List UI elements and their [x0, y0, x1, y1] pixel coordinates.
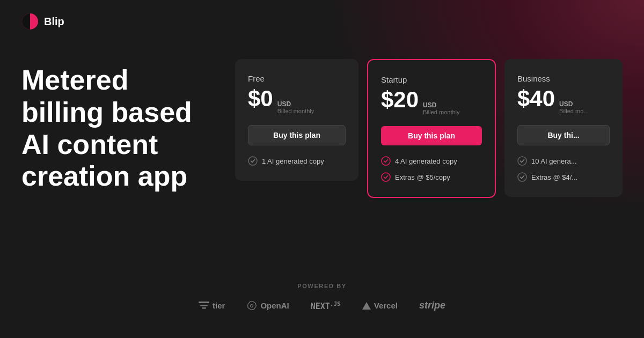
- svg-point-4: [518, 157, 526, 165]
- check-icon: [517, 172, 527, 182]
- svg-point-1: [248, 157, 257, 165]
- vercel-label: Vercel: [374, 301, 398, 310]
- powered-by-section: POWERED BY tier OpenAI NEXT.JS: [0, 283, 644, 311]
- powered-by-logos: tier OpenAI NEXT.JS Vercel stripe: [199, 300, 445, 311]
- plan-name-business: Business: [517, 74, 610, 83]
- vercel-icon: [362, 302, 371, 310]
- blip-logo-icon: [21, 13, 39, 30]
- price-meta-free: USD Billed monthly: [277, 100, 314, 114]
- plan-name-free: Free: [248, 74, 346, 83]
- price-meta-business: USD Billed mo...: [559, 100, 588, 114]
- feature-text: Extras @ $5/copy: [395, 173, 450, 181]
- price-amount-free: $0: [248, 87, 273, 110]
- svg-rect-6: [199, 302, 209, 303]
- pricing-card-startup: Startup $20 USD Billed monthly Buy this …: [367, 59, 496, 198]
- buy-button-startup[interactable]: Buy this plan: [381, 126, 482, 145]
- feature-item: 4 AI generated copy: [381, 156, 482, 166]
- feature-item: Extras @ $5/copy: [381, 172, 482, 182]
- price-currency-startup: USD: [423, 101, 459, 109]
- price-billing-business: Billed mo...: [559, 108, 588, 114]
- powered-by-label: POWERED BY: [297, 283, 347, 289]
- hero-title: Metered billing based AI content creatio…: [21, 64, 203, 193]
- svg-marker-10: [362, 302, 371, 310]
- price-amount-startup: $20: [381, 89, 419, 111]
- price-currency-business: USD: [559, 100, 588, 108]
- tier-icon: [199, 302, 209, 310]
- brand-nextjs: NEXT.JS: [311, 300, 341, 311]
- tier-label: tier: [213, 301, 225, 310]
- hero-section: Metered billing based AI content creatio…: [21, 64, 203, 193]
- pricing-card-free: Free $0 USD Billed monthly Buy this plan…: [235, 59, 358, 181]
- openai-label: OpenAI: [260, 301, 289, 310]
- pricing-card-business: Business $40 USD Billed mo... Buy thi...…: [504, 59, 623, 197]
- check-icon: [381, 156, 391, 166]
- feature-item: 1 AI generated copy: [248, 156, 346, 166]
- brand-stripe: stripe: [419, 300, 445, 311]
- main-content: Metered billing based AI content creatio…: [0, 59, 644, 198]
- openai-icon: [246, 300, 257, 311]
- feature-list-business: 10 AI genera... Extras @ $4/...: [517, 156, 610, 182]
- price-meta-startup: USD Billed monthly: [423, 101, 459, 115]
- feature-item: Extras @ $4/...: [517, 172, 610, 182]
- price-currency-free: USD: [277, 100, 314, 108]
- price-billing-free: Billed monthly: [277, 108, 314, 114]
- feature-text: 10 AI genera...: [531, 157, 577, 165]
- svg-point-2: [382, 157, 390, 165]
- brand-tier: tier: [199, 301, 225, 310]
- nextjs-label: NEXT.JS: [311, 300, 341, 311]
- price-row-business: $40 USD Billed mo...: [517, 87, 610, 114]
- brand-vercel: Vercel: [362, 301, 398, 310]
- buy-button-business[interactable]: Buy thi...: [517, 125, 610, 145]
- svg-point-5: [518, 173, 526, 181]
- check-icon: [517, 156, 527, 166]
- svg-rect-7: [200, 305, 208, 306]
- buy-button-free[interactable]: Buy this plan: [248, 125, 346, 145]
- price-amount-business: $40: [517, 87, 555, 110]
- price-row-free: $0 USD Billed monthly: [248, 87, 346, 114]
- price-row-startup: $20 USD Billed monthly: [381, 89, 482, 115]
- brand-openai: OpenAI: [246, 300, 289, 311]
- pricing-cards: Free $0 USD Billed monthly Buy this plan…: [235, 59, 623, 198]
- app-name: Blip: [44, 16, 64, 28]
- check-icon: [381, 172, 391, 182]
- stripe-label: stripe: [419, 300, 445, 311]
- check-icon: [248, 156, 258, 166]
- feature-text: Extras @ $4/...: [531, 173, 577, 181]
- feature-text: 1 AI generated copy: [262, 157, 324, 165]
- plan-name-startup: Startup: [381, 75, 482, 84]
- feature-list-free: 1 AI generated copy: [248, 156, 346, 166]
- feature-text: 4 AI generated copy: [395, 157, 457, 165]
- price-billing-startup: Billed monthly: [423, 109, 459, 115]
- svg-rect-8: [202, 307, 206, 309]
- feature-list-startup: 4 AI generated copy Extras @ $5/copy: [381, 156, 482, 182]
- feature-item: 10 AI genera...: [517, 156, 610, 166]
- header: Blip: [0, 0, 644, 43]
- svg-point-9: [251, 304, 253, 307]
- svg-point-3: [382, 173, 390, 181]
